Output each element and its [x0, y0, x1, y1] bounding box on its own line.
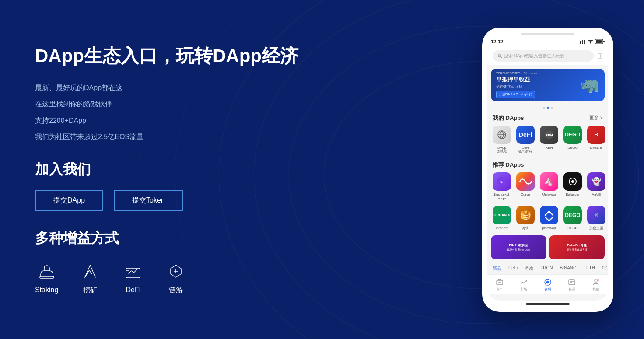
earn-section: 多种增益方式 Staking	[35, 229, 443, 295]
submit-dapp-button[interactable]: 提交DApp	[35, 190, 103, 211]
dapp-label-dego2: DEGO	[567, 226, 578, 231]
status-time: 12:12	[491, 39, 503, 44]
dapp-icon-aave: 👻	[587, 172, 606, 191]
dapp-item-organix[interactable]: ORGANIX Organix	[491, 206, 513, 231]
main-title: DApp生态入口，玩转DApp经济	[35, 44, 443, 68]
defi-icon	[122, 261, 144, 283]
nav-label-assets: 资产	[496, 287, 503, 292]
tab-tron[interactable]: TRON	[539, 265, 554, 273]
earn-icons: Staking 挖矿	[35, 260, 443, 295]
dapp-item-1inch[interactable]: 1in 1inch.exchange	[491, 172, 513, 201]
game-icon	[165, 260, 187, 282]
dapp-icon-dego: DEGO	[564, 126, 582, 144]
dapp-item-balancer[interactable]: Balancer	[562, 172, 584, 201]
dapp-item-pancake[interactable]: 🥞 薄饼	[514, 206, 536, 231]
dapp-item-browser[interactable]: DApp浏览器	[491, 126, 513, 154]
dapp-label-aave: AaVE	[592, 192, 601, 197]
dapp-icon-pancake: 🥞	[516, 206, 535, 224]
nav-label-market: 市场	[520, 287, 527, 292]
tab-defi[interactable]: DeFi	[507, 265, 519, 273]
dapp-label-dego: DEGO	[567, 146, 578, 150]
tab-game[interactable]: 游戏	[523, 265, 535, 273]
dapp-icon-curve	[516, 172, 535, 191]
tab-new[interactable]: 新品	[491, 265, 503, 273]
svg-rect-10	[126, 268, 140, 278]
phone-home-indicator	[526, 303, 570, 305]
dapp-item-ren[interactable]: REN REN	[538, 126, 560, 154]
dapp-icon-justswap	[540, 206, 558, 224]
search-input[interactable]: 搜索 DApp或输入链接进入玩耍	[493, 50, 594, 62]
feature-item-1: 最新、最好玩的DApp都在这	[35, 82, 443, 94]
dapp-label-pancake: 薄饼	[522, 226, 529, 231]
dapp-label-justswap: justswap	[542, 226, 556, 231]
tab-0cpu[interactable]: 0 CPU	[600, 265, 608, 273]
dapp-icon-game3kingdoms: ⚔️	[587, 206, 606, 224]
banner-label: TOKEN POCKET × Ethereum	[496, 72, 580, 75]
banner-rhino-icon: 🦏	[580, 77, 599, 93]
dapp-label-balancer: Balancer	[566, 192, 580, 197]
dapp-item-justswap[interactable]: justswap	[538, 206, 560, 231]
recommend-dapps-header: 推荐 DApps	[487, 157, 608, 171]
join-section: 加入我们 提交DApp 提交Token	[35, 160, 443, 211]
dapp-item-debank[interactable]: B DeBank	[585, 126, 607, 154]
phone-banner[interactable]: TOKEN POCKET × Ethereum 早抵押早收益 信标链 正式 上线…	[491, 69, 605, 101]
svg-line-8	[90, 265, 95, 277]
nav-item-news[interactable]: 资讯	[568, 278, 576, 292]
nav-item-discover[interactable]: 发现	[544, 278, 552, 292]
nav-item-assets[interactable]: 资产	[496, 278, 504, 292]
feature-item-4: 我们为社区带来超过2.5亿EOS流量	[35, 131, 443, 143]
dapp-item-dego[interactable]: DEGO DEGO	[562, 126, 584, 154]
staking-icon	[36, 261, 58, 283]
new-section-tabs: 新品 DeFi 游戏 TRON BINANCE ETH 0 CPU	[487, 263, 608, 274]
tab-binance[interactable]: BINANCE	[558, 265, 581, 273]
svg-rect-34	[540, 206, 558, 224]
promo-text-1: Eth 2.0质押宝赋息收益率5%-20%	[507, 243, 530, 252]
banner-button[interactable]: 开启Eth 2.0 Staking时代	[496, 91, 535, 98]
svg-point-42	[595, 280, 597, 282]
nav-label-news: 资讯	[568, 287, 575, 292]
earn-item-mining: 挖矿	[79, 260, 101, 295]
dapp-icon-debank: B	[587, 126, 606, 144]
banner-sub: 信标链 正式 上线	[496, 84, 580, 89]
phone-search-bar: 搜索 DApp或输入链接进入玩耍 ⊞	[487, 47, 608, 65]
svg-point-38	[546, 281, 549, 283]
dapp-item-uniswap[interactable]: 🦄 Uniswap	[538, 172, 560, 201]
recommend-dapps-grid: 1in 1inch.exchange Curve 🦄 Uniswap	[487, 171, 608, 204]
promo-banner-1[interactable]: Eth 2.0质押宝赋息收益率5%-20%	[491, 235, 546, 259]
dapp-icon-uniswap: 🦄	[540, 172, 558, 191]
phone-bottom-nav: 资产 市场 发现 资讯	[487, 274, 608, 294]
svg-point-33	[571, 180, 574, 183]
row3-dapps-grid: ORGANIX Organix 🥞 薄饼 justswap DE	[487, 204, 608, 234]
dapp-label-debank: DeBank	[590, 146, 602, 150]
dapp-label-ren: REN	[546, 146, 553, 150]
dapp-item-aave[interactable]: 👻 AaVE	[585, 172, 607, 201]
tab-eth[interactable]: ETH	[584, 265, 597, 273]
nav-label-discover: 发现	[544, 287, 551, 292]
dot-2	[547, 107, 549, 109]
promo-banner-2[interactable]: PulsaBot专题渠道服务邀请方案	[549, 235, 605, 259]
dapp-item-curve[interactable]: Curve	[514, 172, 536, 201]
promo-banners: Eth 2.0质押宝赋息收益率5%-20% PulsaBot专题渠道服务邀请方案	[487, 234, 608, 263]
dapp-item-defi[interactable]: DeFi DeFi钱包教程	[514, 126, 536, 154]
dapp-item-game3kingdoms[interactable]: ⚔️ 加密三国	[585, 206, 607, 231]
search-placeholder: 搜索 DApp或输入链接进入玩耍	[504, 53, 564, 59]
earn-item-game: 链游	[165, 260, 187, 295]
nav-item-market[interactable]: 市场	[520, 278, 528, 292]
banner-title: 早抵押早收益	[496, 76, 580, 84]
dapp-item-dego2[interactable]: DEGO DEGO	[562, 206, 584, 231]
dapp-icon-browser	[493, 126, 511, 144]
my-dapps-more[interactable]: 更多 >	[589, 115, 603, 121]
dapp-label-curve: Curve	[521, 192, 530, 197]
nav-item-mine[interactable]: 我的	[592, 278, 600, 292]
earn-title: 多种增益方式	[35, 229, 443, 248]
feature-item-2: 在这里找到你的游戏伙伴	[35, 98, 443, 110]
dot-1	[543, 107, 545, 109]
svg-rect-6	[40, 276, 54, 278]
submit-token-button[interactable]: 提交Token	[114, 190, 183, 211]
svg-rect-17	[584, 40, 585, 44]
dapp-icon-1inch: 1in	[493, 172, 511, 191]
recommend-dapps-title: 推荐 DApps	[493, 161, 524, 169]
scan-icon[interactable]: ⊞	[597, 52, 603, 60]
dapp-label-1inch: 1inch.exchange	[494, 192, 510, 201]
svg-point-22	[498, 54, 501, 57]
